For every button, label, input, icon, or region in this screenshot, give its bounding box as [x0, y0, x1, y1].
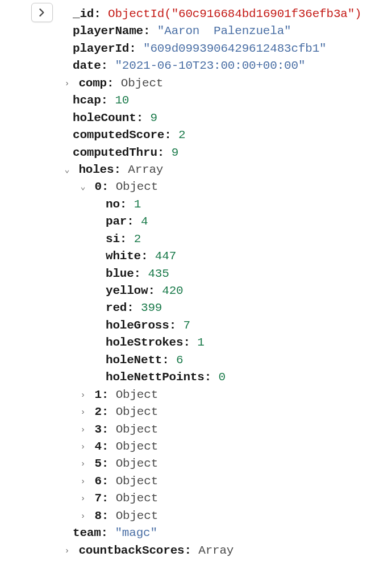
field-key: no: [106, 196, 120, 213]
field-key: countbackScores: [78, 542, 184, 559]
caret-right-icon[interactable]: ›: [62, 78, 72, 90]
array-index: 0: [94, 178, 101, 196]
field-value: Object: [116, 421, 158, 438]
field-key: comp: [78, 75, 107, 92]
field-value: ObjectId("60c916684bd16901f36efb3a"): [108, 6, 361, 23]
field-playerId[interactable]: playerId: "609d0993906429612483cfb1": [0, 40, 392, 57]
field-value: 447: [155, 248, 176, 265]
field-value: 10: [115, 92, 129, 109]
field-value: 9: [150, 110, 157, 127]
field-value: "magc": [115, 525, 157, 542]
field-key: computedScore: [73, 127, 164, 144]
field-key: team: [73, 525, 101, 542]
field-no[interactable]: no: 1: [0, 196, 392, 213]
field-value: Object: [121, 75, 163, 92]
array-index: 7: [94, 490, 101, 507]
array-item-3[interactable]: › 3: Object: [0, 421, 392, 438]
field-value: "Aaron Palenzuela": [157, 23, 291, 40]
field-key: si: [106, 231, 120, 248]
field-holeCount[interactable]: holeCount: 9: [0, 110, 392, 127]
expand-document-button[interactable]: [31, 3, 53, 22]
field-playerName[interactable]: playerName: "Aaron Palenzuela": [0, 23, 392, 40]
field-yellow[interactable]: yellow: 420: [0, 282, 392, 300]
field-value: Array: [198, 542, 233, 559]
array-index: 2: [94, 404, 101, 421]
field-holeNett[interactable]: holeNett: 6: [0, 352, 392, 369]
field-date[interactable]: date: "2021-06-10T23:00:00+00:00": [0, 57, 392, 74]
field-value: "609d0993906429612483cfb1": [143, 40, 326, 57]
field-value: 1: [197, 334, 204, 351]
field-value: 9: [172, 144, 178, 161]
field-value: Object: [116, 455, 158, 472]
field-value: Object: [116, 473, 158, 490]
field-hcap[interactable]: hcap: 10: [0, 92, 392, 109]
field-si[interactable]: si: 2: [0, 231, 392, 248]
array-item-1[interactable]: › 1: Object: [0, 387, 392, 404]
field-value: Object: [116, 490, 158, 507]
field-key: holeNett: [106, 352, 162, 369]
caret-right-icon[interactable]: ›: [78, 476, 87, 488]
caret-right-icon[interactable]: ›: [78, 510, 87, 523]
field-value: 6: [176, 352, 183, 369]
field-value: 0: [218, 369, 225, 386]
field-value: Object: [116, 178, 158, 196]
field-blue[interactable]: blue: 435: [0, 265, 392, 282]
array-item-0[interactable]: ⌄ 0: Object: [0, 178, 392, 196]
field-key: holeGross: [106, 317, 169, 334]
field-value: Object: [116, 508, 158, 525]
field-comp[interactable]: › comp: Object: [0, 75, 392, 92]
field-value: 420: [162, 282, 183, 300]
field-key: _id: [73, 6, 94, 23]
caret-right-icon[interactable]: ›: [78, 441, 87, 454]
field-computedThru[interactable]: computedThru: 9: [0, 144, 392, 161]
field-key: par: [106, 213, 127, 230]
array-item-7[interactable]: › 7: Object: [0, 490, 392, 507]
field-holeGross[interactable]: holeGross: 7: [0, 317, 392, 334]
field-holes[interactable]: ⌄ holes: Array: [0, 161, 392, 178]
caret-right-icon[interactable]: ›: [78, 424, 87, 437]
field-key: holeNettPoints: [106, 369, 205, 386]
field-value: 399: [141, 300, 162, 317]
field-value: 2: [134, 231, 141, 248]
field-team[interactable]: team: "magc": [0, 525, 392, 542]
chevron-right-icon: [39, 9, 45, 16]
field-value: Object: [116, 438, 158, 455]
field-value: Object: [116, 387, 158, 404]
array-item-8[interactable]: › 8: Object: [0, 508, 392, 525]
field-key: blue: [106, 265, 134, 282]
field-red[interactable]: red: 399: [0, 300, 392, 317]
caret-right-icon[interactable]: ›: [78, 493, 87, 505]
array-item-4[interactable]: › 4: Object: [0, 438, 392, 455]
caret-down-icon[interactable]: ⌄: [62, 164, 72, 177]
field-value: "2021-06-10T23:00:00+00:00": [115, 57, 305, 74]
caret-right-icon[interactable]: ›: [78, 458, 87, 471]
array-item-6[interactable]: › 6: Object: [0, 473, 392, 490]
field-white[interactable]: white: 447: [0, 248, 392, 265]
caret-down-icon[interactable]: ⌄: [78, 181, 87, 194]
field-par[interactable]: par: 4: [0, 213, 392, 230]
array-index: 4: [94, 438, 101, 455]
array-index: 3: [94, 421, 101, 438]
field-value: Array: [128, 161, 163, 178]
field-id[interactable]: _id: ObjectId("60c916684bd16901f36efb3a"…: [0, 6, 392, 23]
field-value: 435: [148, 265, 169, 282]
array-item-2[interactable]: › 2: Object: [0, 404, 392, 421]
field-holeStrokes[interactable]: holeStrokes: 1: [0, 334, 392, 351]
field-value: 4: [141, 213, 148, 230]
field-countbackScores[interactable]: › countbackScores: Array: [0, 542, 392, 559]
array-index: 5: [94, 455, 101, 472]
array-item-5[interactable]: › 5: Object: [0, 455, 392, 472]
field-key: computedThru: [73, 144, 157, 161]
field-key: holeStrokes: [106, 334, 183, 351]
caret-right-icon[interactable]: ›: [78, 406, 87, 419]
field-computedScore[interactable]: computedScore: 2: [0, 127, 392, 144]
field-key: holes: [78, 161, 114, 178]
field-value: 2: [178, 127, 185, 144]
field-key: playerName: [73, 23, 143, 40]
caret-right-icon[interactable]: ›: [62, 545, 72, 558]
field-key: red: [106, 300, 127, 317]
field-holeNettPoints[interactable]: holeNettPoints: 0: [0, 369, 392, 386]
caret-right-icon[interactable]: ›: [78, 389, 87, 402]
field-key: playerId: [73, 40, 129, 57]
array-index: 8: [94, 508, 101, 525]
